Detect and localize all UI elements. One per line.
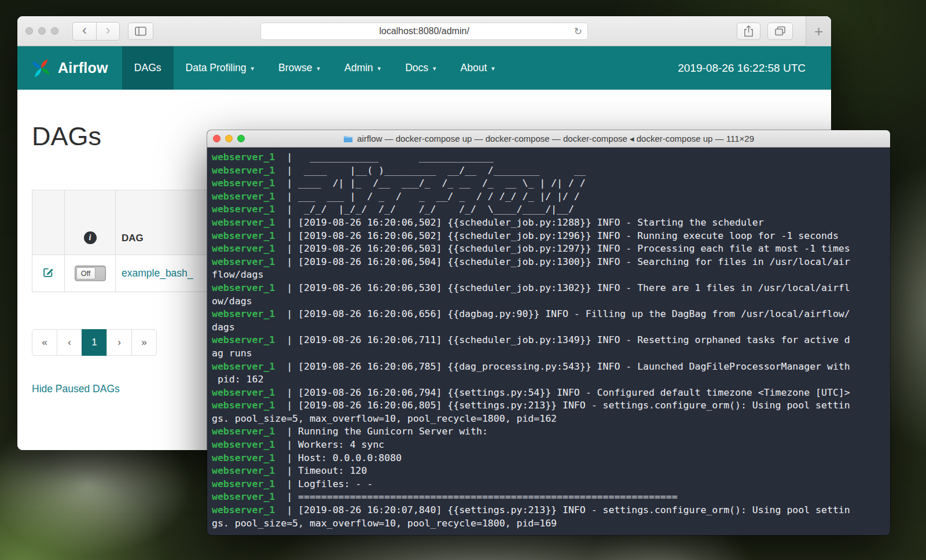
chevron-down-icon: ▾ — [378, 65, 381, 72]
terminal-line: pid: 162 — [212, 373, 885, 386]
nav-item-data-profiling[interactable]: Data Profiling▾ — [174, 46, 267, 90]
table-header-info: i — [65, 190, 116, 255]
terminal-line: webserver_1 | _/_/ |_/_/ /_/ /_/ /_/ \__… — [212, 203, 885, 216]
chevron-down-icon: ▾ — [491, 65, 495, 72]
terminal-line: webserver_1 | Timeout: 120 — [212, 465, 885, 478]
terminal-line: ow/dags — [212, 295, 885, 308]
dag-pause-toggle[interactable]: Off — [75, 266, 106, 281]
terminal-line: webserver_1 | [2019-08-26 16:20:06,805] … — [212, 399, 885, 412]
pagination-last[interactable]: » — [131, 329, 157, 356]
pagination-previous[interactable]: ‹ — [57, 329, 82, 356]
nav-item-label: DAGs — [134, 62, 161, 74]
chevron-down-icon: ▾ — [433, 65, 436, 72]
terminal-line: webserver_1 | ____________ _____________ — [212, 151, 885, 164]
navbar-menu: DAGsData Profiling▾Browse▾Admin▾Docs▾Abo… — [122, 46, 507, 90]
new-tab-button[interactable]: + — [806, 16, 831, 46]
terminal-title-text: airflow — docker-compose up — docker-com… — [357, 134, 754, 144]
back-button[interactable]: ‹ — [73, 23, 96, 40]
folder-icon — [343, 135, 353, 143]
terminal-line: flow/dags — [212, 268, 885, 282]
close-button[interactable] — [213, 135, 221, 142]
terminal-line: webserver_1 | Host: 0.0.0.0:8080 — [212, 452, 885, 465]
terminal-line: gs. pool_size=5, max_overflow=10, pool_r… — [212, 412, 885, 426]
airflow-logo-icon — [30, 57, 52, 79]
nav-item-label: Admin — [344, 62, 373, 74]
brand-name: Airflow — [58, 60, 108, 76]
nav-item-label: Data Profiling — [186, 62, 247, 74]
toolbar-right-group — [737, 23, 793, 40]
forward-icon: › — [106, 23, 111, 37]
terminal-line: webserver_1 | Logfiles: - - — [212, 478, 885, 491]
browser-window-controls — [25, 27, 58, 35]
terminal-line: webserver_1 | [2019-08-26 16:20:06,503] … — [212, 242, 885, 256]
chevron-down-icon: ▾ — [251, 65, 255, 72]
terminal-line: ag runs — [212, 347, 885, 360]
terminal-line: webserver_1 | ==========================… — [212, 491, 885, 504]
pagination-next[interactable]: › — [106, 329, 132, 356]
info-icon[interactable]: i — [84, 231, 97, 244]
terminal-line: webserver_1 | ____ /| |_ /__ ___/_ /_ __… — [212, 177, 885, 190]
terminal-line: webserver_1 | Workers: 4 sync — [212, 439, 885, 452]
pagination-page-1[interactable]: 1 — [82, 329, 107, 356]
minimize-button[interactable] — [38, 27, 46, 35]
pagination-first[interactable]: « — [32, 329, 57, 356]
zoom-button[interactable] — [51, 27, 58, 35]
pagination: «‹1›» — [32, 329, 157, 356]
close-button[interactable] — [25, 27, 33, 35]
terminal-titlebar[interactable]: airflow — docker-compose up — docker-com… — [207, 130, 890, 148]
share-icon — [744, 25, 754, 37]
terminal-window: airflow — docker-compose up — docker-com… — [207, 130, 890, 535]
terminal-line: webserver_1 | ____ |__( )_________ __/__… — [212, 164, 885, 178]
nav-item-label: About — [461, 62, 487, 74]
nav-item-browse[interactable]: Browse▾ — [266, 46, 332, 90]
nav-item-about[interactable]: About▾ — [449, 46, 507, 90]
terminal-title: airflow — docker-compose up — docker-com… — [207, 130, 890, 147]
airflow-navbar: Airflow DAGsData Profiling▾Browse▾Admin▾… — [17, 46, 831, 90]
forward-button[interactable]: › — [96, 23, 119, 40]
terminal-output[interactable]: webserver_1 | ____________ _____________… — [207, 148, 890, 533]
terminal-line: webserver_1 | [2019-08-26 16:20:06,530] … — [212, 282, 885, 295]
share-button[interactable] — [737, 23, 760, 40]
terminal-line: webserver_1 | Running the Gunicorn Serve… — [212, 425, 885, 439]
terminal-line: webserver_1 | ___ ___ | / _ / _ __/ _ / … — [212, 190, 885, 204]
navbar-clock: 2019-08-26 16:22:58 UTC — [678, 46, 831, 90]
nav-item-dags[interactable]: DAGs — [122, 46, 174, 90]
toggle-label: Off — [76, 267, 95, 279]
terminal-line: webserver_1 | [2019-08-26 16:20:06,794] … — [212, 386, 885, 400]
browser-toolbar: ‹ › localhost:8080/admin/ ↻ — [17, 16, 831, 46]
nav-item-label: Docs — [405, 62, 428, 74]
show-tabs-button[interactable] — [767, 23, 793, 40]
terminal-line: webserver_1 | [2019-08-26 16:20:06,785] … — [212, 360, 885, 374]
back-icon: ‹ — [82, 23, 87, 37]
terminal-line: webserver_1 | [2019-08-26 16:20:06,504] … — [212, 256, 885, 269]
terminal-line: webserver_1 | [2019-08-26 16:20:06,711] … — [212, 334, 885, 347]
table-header-empty — [32, 190, 65, 255]
nav-item-docs[interactable]: Docs▾ — [393, 46, 448, 90]
zoom-button[interactable] — [237, 135, 245, 142]
nav-item-label: Browse — [278, 62, 312, 74]
edit-icon[interactable] — [42, 266, 54, 278]
reload-icon[interactable]: ↻ — [574, 25, 582, 38]
terminal-line: webserver_1 | [2019-08-26 16:20:07,840] … — [212, 504, 885, 517]
terminal-line: dags — [212, 321, 885, 334]
airflow-brand[interactable]: Airflow — [30, 46, 108, 90]
sidebar-button[interactable] — [128, 23, 153, 40]
history-nav-group: ‹ › — [72, 22, 120, 40]
terminal-line: webserver_1 | [2019-08-26 16:20:06,656] … — [212, 308, 885, 321]
address-bar[interactable]: localhost:8080/admin/ ↻ — [260, 23, 588, 40]
terminal-line: webserver_1 | [2019-08-26 16:20:06,502] … — [212, 216, 885, 230]
terminal-window-controls — [213, 135, 245, 142]
terminal-line: gs. pool_size=5, max_overflow=10, pool_r… — [212, 517, 885, 530]
dag-link[interactable]: example_bash_ — [122, 267, 193, 279]
nav-item-admin[interactable]: Admin▾ — [332, 46, 393, 90]
minimize-button[interactable] — [225, 135, 233, 142]
terminal-line: webserver_1 | [2019-08-26 16:20:06,502] … — [212, 230, 885, 243]
chevron-down-icon: ▾ — [317, 65, 320, 72]
sidebar-icon — [135, 27, 146, 36]
url-text: localhost:8080/admin/ — [379, 26, 469, 36]
tabs-icon — [774, 26, 786, 36]
plus-icon: + — [814, 23, 823, 40]
